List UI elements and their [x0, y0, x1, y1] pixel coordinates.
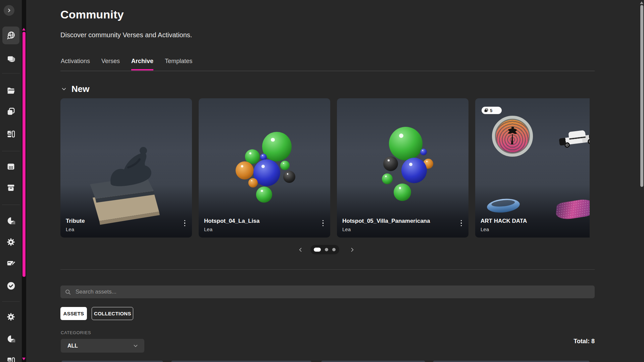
tab-templates[interactable]: Templates	[165, 58, 192, 70]
police-car-model	[558, 124, 590, 153]
tab-activations[interactable]: Activations	[61, 58, 90, 70]
categories-dropdown[interactable]: ALL	[61, 339, 144, 353]
badge-count: 5	[490, 108, 492, 113]
gear-icon	[6, 312, 15, 321]
sidebar	[0, 0, 22, 362]
card-footer: Tribute Lea	[60, 218, 192, 238]
carousel-dot-2[interactable]	[325, 248, 328, 251]
scroll-up-arrow-icon[interactable]	[22, 28, 26, 31]
section-new-title: New	[71, 84, 89, 94]
tab-divider	[60, 71, 595, 71]
card-author: Lea	[342, 226, 463, 232]
card-menu-kebab-icon[interactable]	[459, 219, 463, 228]
card-footer: Hotspot_05_Villa_Panamericana Lea	[337, 218, 468, 238]
card-title: Hotspot_05_Villa_Panamericana	[342, 218, 463, 224]
sidebar-item-media-secondary[interactable]	[0, 356, 22, 362]
card-footer: Hotspot_04_La_Lisa Lea	[199, 218, 330, 238]
asset-card-tribute[interactable]: Tribute Lea	[60, 98, 192, 238]
sidebar-divider	[2, 205, 20, 205]
art-hack-artwork	[475, 98, 590, 238]
card-author: Lea	[481, 226, 590, 232]
chevron-right-icon	[6, 7, 12, 14]
asset-card-partial[interactable]	[321, 361, 425, 362]
pie-chart-icon	[6, 334, 16, 344]
scroll-up-arrow-icon[interactable]	[640, 1, 643, 4]
copy-stack-icon	[6, 107, 15, 116]
card-footer: ART HACK DATA Lea	[475, 218, 590, 238]
card-edit-icon	[6, 259, 16, 268]
carousel-pagination	[310, 245, 339, 254]
tab-verses[interactable]: Verses	[101, 58, 120, 70]
asset-card-hotspot-05[interactable]: Hotspot_05_Villa_Panamericana Lea	[337, 98, 468, 238]
asset-count-badge: 5	[482, 107, 502, 114]
folder-open-icon	[6, 86, 16, 95]
page-scrollbar-thumb[interactable]	[640, 5, 643, 187]
sidebar-item-analytics-secondary[interactable]	[0, 334, 22, 344]
sphere-cluster-artwork	[337, 98, 468, 238]
carousel-prev-button[interactable]	[296, 245, 305, 254]
card-title: ART HACK DATA	[481, 218, 590, 224]
search-icon	[65, 289, 71, 295]
total-count-label: Total: 8	[528, 338, 595, 345]
asset-card-partial[interactable]	[171, 361, 311, 362]
carousel-viewport: Tribute Lea Ho	[60, 98, 590, 238]
layers-icon	[6, 54, 15, 63]
sidebar-item-archive[interactable]	[0, 183, 22, 192]
card-title: Hotspot_04_La_Lisa	[204, 218, 325, 224]
media-layout-icon	[6, 130, 15, 139]
card-menu-kebab-icon[interactable]	[321, 219, 325, 228]
sidebar-expand-button[interactable]	[4, 5, 14, 16]
statue-artwork	[60, 98, 192, 238]
sidebar-divider	[2, 151, 20, 151]
sidebar-item-analytics[interactable]	[0, 216, 22, 225]
table-grid-icon	[6, 162, 15, 171]
card-title: Tribute	[66, 218, 187, 224]
sidebar-item-media[interactable]	[0, 130, 22, 139]
assets-filter-button[interactable]: ASSETS	[60, 307, 87, 320]
media-layout-icon	[6, 356, 15, 362]
check-circle-icon	[6, 281, 16, 291]
collections-filter-button[interactable]: COLLECTIONS	[92, 307, 133, 320]
carousel-dot-3[interactable]	[332, 248, 336, 251]
carousel-next-button[interactable]	[348, 245, 356, 254]
stacked-cards-icon	[484, 108, 488, 113]
sidebar-item-community[interactable]	[0, 31, 22, 40]
sidebar-item-card-editor[interactable]	[0, 259, 22, 268]
palm-tree-icon	[503, 127, 522, 146]
sidebar-item-verses[interactable]	[0, 54, 22, 63]
card-menu-kebab-icon[interactable]	[183, 219, 187, 228]
chevron-right-icon	[349, 247, 355, 253]
search-bar	[60, 286, 595, 298]
search-input[interactable]	[75, 288, 595, 296]
asset-card-partial[interactable]	[61, 361, 163, 362]
chevron-down-icon	[61, 86, 67, 92]
sphere-cluster-artwork	[199, 98, 330, 238]
gear-icon	[6, 238, 15, 247]
scroll-down-arrow-icon[interactable]	[22, 358, 26, 360]
sidebar-item-schedule[interactable]	[0, 162, 22, 171]
pie-chart-icon	[6, 216, 16, 225]
page-title: Community	[60, 8, 124, 21]
asset-card-hotspot-04[interactable]: Hotspot_04_La_Lisa Lea	[199, 98, 330, 238]
sidebar-item-settings-secondary[interactable]	[0, 312, 22, 321]
sidebar-scrollbar-thumb[interactable]	[22, 32, 26, 277]
sidebar-divider	[2, 301, 20, 302]
sidebar-divider	[2, 73, 20, 73]
art-hack-medallion	[492, 116, 533, 157]
chevron-left-icon	[298, 247, 303, 253]
page-scrollbar-track[interactable]	[640, 0, 644, 362]
sidebar-item-files[interactable]	[0, 86, 22, 95]
categories-selected-value: ALL	[67, 343, 78, 349]
carousel-dot-1[interactable]	[314, 248, 321, 252]
section-new-header[interactable]: New	[61, 84, 89, 94]
card-author: Lea	[204, 226, 325, 232]
sidebar-item-approvals[interactable]	[0, 281, 22, 291]
sidebar-item-settings[interactable]	[0, 238, 22, 247]
sidebar-scrollbar-track[interactable]	[22, 0, 26, 362]
sidebar-item-collections[interactable]	[0, 107, 22, 116]
asset-card-partial[interactable]	[433, 361, 590, 362]
asset-card-art-hack-data[interactable]: 5 ART HACK DATA Lea	[475, 98, 590, 238]
tab-archive[interactable]: Archive	[131, 58, 153, 70]
card-author: Lea	[66, 226, 187, 232]
section-divider	[60, 269, 595, 270]
